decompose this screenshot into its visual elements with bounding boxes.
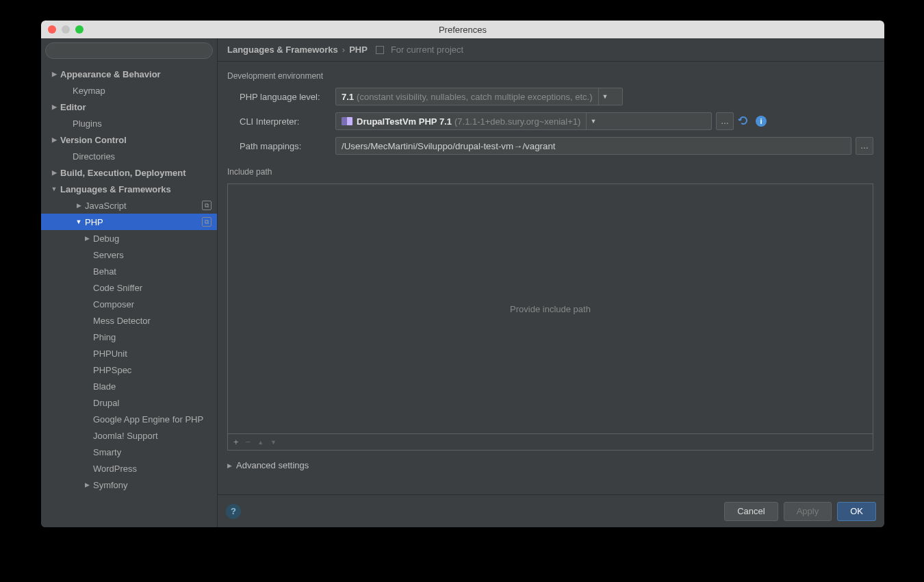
sidebar-item-label: PHPUnit bbox=[93, 349, 217, 359]
sidebar-item-composer[interactable]: Composer bbox=[41, 296, 217, 312]
info-icon[interactable]: i bbox=[756, 116, 767, 127]
sidebar-item-google-app-engine-for-php[interactable]: Google App Engine for PHP bbox=[41, 411, 217, 427]
ok-button[interactable]: OK bbox=[837, 502, 876, 521]
sidebar-item-label: Blade bbox=[93, 381, 217, 392]
sidebar-item-phpunit[interactable]: PHPUnit bbox=[41, 345, 217, 362]
sidebar-item-label: Languages & Frameworks bbox=[60, 184, 217, 194]
tree-arrow-icon: ▼ bbox=[49, 186, 59, 192]
breadcrumb: Languages & Frameworks › PHP For current… bbox=[218, 38, 884, 62]
include-toolbar: + − ▲ ▼ bbox=[228, 433, 873, 450]
sidebar-item-label: Google App Engine for PHP bbox=[93, 414, 217, 425]
sidebar-item-label: WordPress bbox=[93, 464, 217, 474]
sidebar-item-languages-frameworks[interactable]: ▼Languages & Frameworks bbox=[41, 181, 217, 197]
sidebar-item-servers[interactable]: Servers bbox=[41, 246, 217, 263]
sidebar-item-php[interactable]: ▼PHP⧉ bbox=[41, 214, 217, 230]
include-path-box: Provide include path + − ▲ ▼ bbox=[227, 184, 873, 451]
breadcrumb-leaf: PHP bbox=[349, 45, 368, 55]
reload-icon[interactable] bbox=[738, 115, 749, 128]
sidebar-item-label: PHPSpec bbox=[93, 365, 217, 375]
breadcrumb-root[interactable]: Languages & Frameworks bbox=[227, 45, 338, 55]
titlebar: Preferences bbox=[41, 21, 884, 38]
breadcrumb-sep: › bbox=[342, 45, 345, 55]
sidebar-item-label: Mess Detector bbox=[93, 316, 217, 326]
chevron-right-icon: ▶ bbox=[227, 462, 232, 469]
sidebar-item-directories[interactable]: Directories bbox=[41, 148, 217, 164]
sidebar-item-label: Directories bbox=[73, 151, 217, 162]
lang-level-value: 7.1 bbox=[342, 92, 354, 102]
sidebar-item-label: Behat bbox=[93, 266, 217, 277]
advanced-label: Advanced settings bbox=[236, 460, 309, 470]
sidebar-item-keymap[interactable]: Keymap bbox=[41, 82, 217, 99]
sidebar-item-phing[interactable]: Phing bbox=[41, 329, 217, 345]
sidebar-item-label: Composer bbox=[93, 299, 217, 309]
sidebar-item-code-sniffer[interactable]: Code Sniffer bbox=[41, 279, 217, 296]
sidebar-item-label: Build, Execution, Deployment bbox=[60, 168, 217, 178]
preferences-window: Preferences ▶Appearance & BehaviorKeymap… bbox=[41, 21, 884, 527]
remove-button[interactable]: − bbox=[246, 437, 251, 447]
cli-label: CLI Interpreter: bbox=[240, 116, 335, 127]
lang-level-label: PHP language level: bbox=[240, 92, 335, 102]
lang-level-combo[interactable]: 7.1 (constant visibility, nullables, cat… bbox=[335, 88, 623, 105]
sidebar: ▶Appearance & BehaviorKeymap▶EditorPlugi… bbox=[41, 38, 218, 527]
cli-interpreter-combo[interactable]: DrupalTestVm PHP 7.1 (7.1.1-1+deb.sury.o… bbox=[335, 112, 712, 130]
tree-arrow-icon: ▶ bbox=[74, 202, 84, 209]
chevron-down-icon[interactable]: ▼ bbox=[598, 88, 612, 105]
help-button[interactable]: ? bbox=[226, 504, 241, 519]
settings-tree: ▶Appearance & BehaviorKeymap▶EditorPlugi… bbox=[41, 63, 217, 527]
project-scope-badge-icon: ⧉ bbox=[202, 217, 211, 227]
sidebar-item-symfony[interactable]: ▶Symfony bbox=[41, 477, 217, 493]
sidebar-item-label: Code Sniffer bbox=[93, 283, 217, 293]
sidebar-item-plugins[interactable]: Plugins bbox=[41, 115, 217, 131]
project-scope-badge-icon: ⧉ bbox=[202, 201, 211, 210]
sidebar-item-label: Keymap bbox=[73, 86, 217, 96]
cli-value: DrupalTestVm PHP 7.1 bbox=[357, 116, 452, 127]
move-down-button[interactable]: ▼ bbox=[270, 439, 277, 446]
path-mappings-field[interactable] bbox=[335, 137, 851, 155]
sidebar-item-label: Joomla! Support bbox=[93, 431, 217, 441]
interpreter-icon bbox=[342, 117, 352, 125]
tree-arrow-icon: ▶ bbox=[49, 136, 59, 143]
sidebar-item-mess-detector[interactable]: Mess Detector bbox=[41, 312, 217, 329]
sidebar-item-smarty[interactable]: Smarty bbox=[41, 444, 217, 460]
sidebar-item-label: Servers bbox=[93, 250, 217, 260]
project-scope-icon bbox=[376, 46, 384, 54]
include-section-label: Include path bbox=[227, 167, 873, 177]
sidebar-item-javascript[interactable]: ▶JavaScript⧉ bbox=[41, 197, 217, 214]
sidebar-item-label: Version Control bbox=[60, 135, 217, 145]
path-mappings-label: Path mappings: bbox=[240, 141, 335, 151]
cli-browse-button[interactable]: … bbox=[716, 112, 734, 130]
dev-env-section-label: Development environment bbox=[227, 71, 873, 81]
lang-level-hint: (constant visibility, nullables, catch m… bbox=[357, 92, 592, 102]
sidebar-item-label: Symfony bbox=[93, 480, 217, 490]
path-browse-button[interactable]: … bbox=[856, 137, 873, 155]
sidebar-item-label: Phing bbox=[93, 332, 217, 342]
sidebar-item-label: Debug bbox=[93, 233, 217, 244]
sidebar-item-build-execution-deployment[interactable]: ▶Build, Execution, Deployment bbox=[41, 164, 217, 181]
sidebar-item-wordpress[interactable]: WordPress bbox=[41, 460, 217, 477]
tree-arrow-icon: ▼ bbox=[74, 218, 84, 225]
sidebar-item-label: Smarty bbox=[93, 447, 217, 457]
advanced-settings-toggle[interactable]: ▶ Advanced settings bbox=[227, 460, 873, 470]
sidebar-item-behat[interactable]: Behat bbox=[41, 263, 217, 279]
search-input[interactable] bbox=[45, 42, 213, 59]
chevron-down-icon[interactable]: ▼ bbox=[586, 113, 600, 129]
project-scope-label: For current project bbox=[391, 45, 463, 55]
window-title: Preferences bbox=[41, 25, 884, 35]
sidebar-item-label: Appearance & Behavior bbox=[60, 69, 217, 79]
sidebar-item-version-control[interactable]: ▶Version Control bbox=[41, 131, 217, 148]
sidebar-item-appearance-behavior[interactable]: ▶Appearance & Behavior bbox=[41, 66, 217, 82]
sidebar-item-label: JavaScript bbox=[85, 201, 202, 211]
move-up-button[interactable]: ▲ bbox=[257, 439, 264, 446]
sidebar-item-label: Plugins bbox=[73, 118, 217, 129]
sidebar-item-phpspec[interactable]: PHPSpec bbox=[41, 362, 217, 378]
add-button[interactable]: + bbox=[233, 437, 239, 447]
cancel-button[interactable]: Cancel bbox=[724, 502, 778, 521]
sidebar-item-debug[interactable]: ▶Debug bbox=[41, 230, 217, 246]
sidebar-item-editor[interactable]: ▶Editor bbox=[41, 99, 217, 115]
apply-button[interactable]: Apply bbox=[784, 502, 832, 521]
sidebar-item-joomla-support[interactable]: Joomla! Support bbox=[41, 427, 217, 444]
footer: ? Cancel Apply OK bbox=[218, 494, 884, 527]
sidebar-item-label: PHP bbox=[85, 217, 202, 227]
sidebar-item-drupal[interactable]: Drupal bbox=[41, 394, 217, 411]
sidebar-item-blade[interactable]: Blade bbox=[41, 378, 217, 394]
